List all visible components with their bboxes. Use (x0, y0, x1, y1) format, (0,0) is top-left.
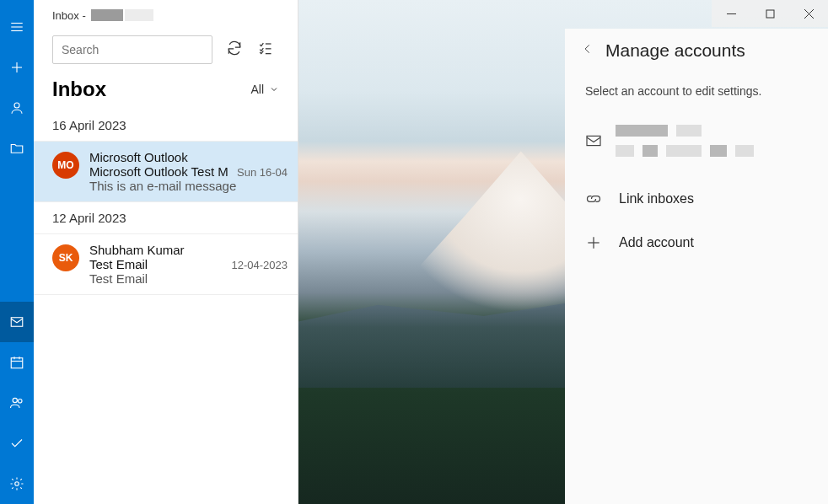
message-list-pane: Inbox - Inbox All 16 April 2023 (34, 0, 298, 504)
redacted-account-name (616, 125, 754, 137)
message-from: Shubham Kumar (89, 243, 288, 257)
date-group-header: 12 April 2023 (34, 202, 298, 234)
search-input[interactable] (62, 43, 209, 56)
mail-icon (585, 134, 602, 147)
link-icon (585, 190, 602, 207)
sync-button[interactable] (226, 40, 243, 60)
svg-rect-23 (587, 136, 600, 145)
link-inboxes-button[interactable]: Link inboxes (582, 177, 811, 221)
folder-name: Inbox (52, 78, 106, 101)
message-subject: Microsoft Outlook Test M (89, 164, 229, 179)
add-account-label: Add account (619, 235, 694, 250)
hamburger-button[interactable] (0, 7, 34, 47)
svg-point-13 (15, 482, 19, 486)
svg-rect-6 (11, 318, 23, 327)
window-title: Inbox - (34, 0, 298, 30)
people-button[interactable] (0, 383, 34, 423)
search-input-wrapper[interactable] (52, 35, 212, 64)
title-prefix: Inbox - (52, 9, 86, 22)
maximize-button[interactable] (750, 0, 789, 27)
panel-title: Manage accounts (605, 40, 745, 61)
close-button[interactable] (789, 0, 828, 27)
minimize-button[interactable] (712, 0, 750, 27)
back-button[interactable] (582, 43, 594, 58)
message-from: Microsoft Outlook (89, 150, 288, 164)
message-item[interactable]: MO Microsoft Outlook Microsoft Outlook T… (34, 142, 298, 202)
link-inboxes-label: Link inboxes (619, 191, 694, 206)
redacted-account-2 (125, 9, 153, 21)
select-mode-button[interactable] (256, 40, 273, 60)
message-date: Sun 16-04 (237, 166, 288, 179)
message-preview: Test Email (89, 271, 288, 286)
svg-point-11 (13, 398, 17, 402)
add-account-button[interactable]: Add account (582, 221, 811, 265)
chevron-down-icon (269, 84, 279, 94)
calendar-button[interactable] (0, 342, 34, 383)
message-date: 12-04-2023 (232, 259, 288, 271)
todo-button[interactable] (0, 423, 34, 464)
redacted-account (91, 9, 123, 21)
avatar: MO (52, 152, 79, 179)
new-mail-button[interactable] (0, 47, 34, 88)
filter-dropdown[interactable]: All (250, 83, 279, 96)
svg-rect-20 (766, 10, 774, 18)
avatar: SK (52, 244, 79, 271)
svg-point-5 (14, 103, 19, 108)
manage-accounts-panel: Manage accounts Select an account to edi… (565, 29, 828, 504)
date-group-header: 16 April 2023 (34, 110, 298, 142)
message-preview: This is an e-mail message (89, 179, 288, 193)
folders-button[interactable] (0, 128, 34, 169)
svg-rect-7 (11, 358, 23, 368)
panel-subtitle: Select an account to edit settings. (585, 84, 811, 98)
redacted-account-email (616, 145, 754, 157)
plus-icon (585, 234, 602, 251)
message-item[interactable]: SK Shubham Kumar Test Email 12-04-2023 T… (34, 234, 298, 295)
mail-button[interactable] (0, 302, 34, 342)
window-controls (712, 0, 828, 27)
account-entry[interactable] (582, 118, 811, 177)
accounts-button[interactable] (0, 88, 34, 128)
nav-rail (0, 0, 34, 504)
settings-button[interactable] (0, 464, 34, 504)
svg-point-12 (19, 399, 23, 404)
message-subject: Test Email (89, 257, 148, 271)
filter-label: All (250, 83, 264, 96)
